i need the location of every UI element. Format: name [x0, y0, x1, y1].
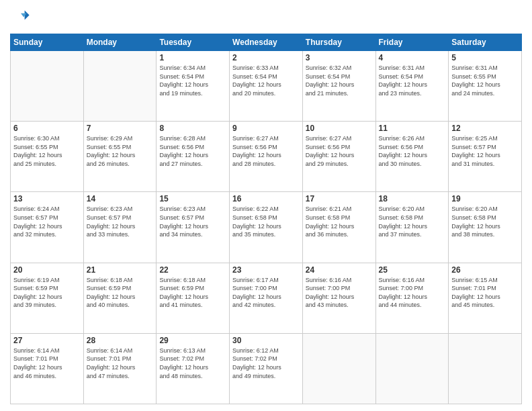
day-info: Sunrise: 6:31 AM Sunset: 6:55 PM Dayligh… — [451, 64, 519, 97]
day-info: Sunrise: 6:30 AM Sunset: 6:55 PM Dayligh… — [13, 134, 81, 168]
day-number: 6 — [13, 124, 81, 133]
day-number: 9 — [232, 124, 300, 133]
day-info: Sunrise: 6:33 AM Sunset: 6:54 PM Dayligh… — [232, 64, 300, 97]
calendar-cell: 16Sunrise: 6:22 AM Sunset: 6:58 PM Dayli… — [230, 192, 303, 263]
calendar-cell: 11Sunrise: 6:26 AM Sunset: 6:56 PM Dayli… — [375, 122, 449, 192]
day-number: 5 — [451, 53, 519, 62]
day-number: 13 — [13, 194, 81, 203]
day-info: Sunrise: 6:27 AM Sunset: 6:56 PM Dayligh… — [232, 134, 300, 168]
day-number: 11 — [379, 124, 446, 133]
calendar-week-1: 1Sunrise: 6:34 AM Sunset: 6:54 PM Daylig… — [11, 51, 522, 122]
calendar-table: SundayMondayTuesdayWednesdayThursdayFrid… — [10, 34, 522, 404]
day-number: 4 — [379, 53, 446, 62]
day-number: 7 — [87, 124, 154, 133]
calendar-cell: 17Sunrise: 6:21 AM Sunset: 6:58 PM Dayli… — [302, 192, 375, 263]
day-info: Sunrise: 6:13 AM Sunset: 7:02 PM Dayligh… — [159, 347, 226, 380]
calendar-cell: 30Sunrise: 6:12 AM Sunset: 7:02 PM Dayli… — [230, 333, 303, 404]
calendar-cell — [11, 51, 84, 122]
calendar-cell — [83, 51, 157, 122]
day-info: Sunrise: 6:22 AM Sunset: 6:58 PM Dayligh… — [232, 205, 300, 238]
calendar-cell: 21Sunrise: 6:18 AM Sunset: 6:59 PM Dayli… — [83, 263, 157, 333]
day-info: Sunrise: 6:18 AM Sunset: 6:59 PM Dayligh… — [159, 276, 226, 310]
day-info: Sunrise: 6:29 AM Sunset: 6:55 PM Dayligh… — [87, 134, 154, 168]
day-info: Sunrise: 6:32 AM Sunset: 6:54 PM Dayligh… — [306, 64, 373, 97]
day-number: 19 — [451, 194, 519, 203]
day-info: Sunrise: 6:19 AM Sunset: 6:59 PM Dayligh… — [13, 276, 81, 310]
day-info: Sunrise: 6:23 AM Sunset: 6:57 PM Dayligh… — [159, 205, 226, 238]
day-number: 20 — [13, 265, 81, 275]
day-number: 26 — [451, 265, 519, 275]
calendar-cell: 19Sunrise: 6:20 AM Sunset: 6:58 PM Dayli… — [449, 192, 522, 263]
day-info: Sunrise: 6:15 AM Sunset: 7:01 PM Dayligh… — [451, 276, 519, 310]
calendar-cell: 28Sunrise: 6:14 AM Sunset: 7:01 PM Dayli… — [83, 333, 157, 404]
day-number: 15 — [159, 194, 226, 203]
logo — [10, 7, 30, 28]
calendar-cell: 27Sunrise: 6:14 AM Sunset: 7:01 PM Dayli… — [11, 333, 84, 404]
day-info: Sunrise: 6:20 AM Sunset: 6:58 PM Dayligh… — [379, 205, 446, 238]
day-info: Sunrise: 6:14 AM Sunset: 7:01 PM Dayligh… — [13, 347, 81, 380]
calendar-cell: 8Sunrise: 6:28 AM Sunset: 6:56 PM Daylig… — [157, 122, 230, 192]
calendar-cell: 18Sunrise: 6:20 AM Sunset: 6:58 PM Dayli… — [375, 192, 449, 263]
calendar-cell: 29Sunrise: 6:13 AM Sunset: 7:02 PM Dayli… — [157, 333, 230, 404]
day-info: Sunrise: 6:21 AM Sunset: 6:58 PM Dayligh… — [306, 205, 373, 238]
calendar-cell: 1Sunrise: 6:34 AM Sunset: 6:54 PM Daylig… — [157, 51, 230, 122]
day-number: 28 — [87, 336, 154, 345]
calendar-header-row: SundayMondayTuesdayWednesdayThursdayFrid… — [11, 34, 522, 51]
calendar-week-3: 13Sunrise: 6:24 AM Sunset: 6:57 PM Dayli… — [11, 192, 522, 263]
day-number: 25 — [379, 265, 446, 275]
logo-icon — [11, 7, 30, 26]
day-info: Sunrise: 6:20 AM Sunset: 6:58 PM Dayligh… — [451, 205, 519, 238]
header — [10, 7, 522, 28]
day-number: 27 — [13, 336, 81, 345]
calendar-cell: 25Sunrise: 6:16 AM Sunset: 7:00 PM Dayli… — [375, 263, 449, 333]
calendar-cell: 12Sunrise: 6:25 AM Sunset: 6:57 PM Dayli… — [449, 122, 522, 192]
day-number: 14 — [87, 194, 154, 203]
day-info: Sunrise: 6:16 AM Sunset: 7:00 PM Dayligh… — [379, 276, 446, 310]
calendar-header-friday: Friday — [375, 34, 449, 51]
day-number: 3 — [306, 53, 373, 62]
calendar-header-sunday: Sunday — [11, 34, 84, 51]
calendar-cell: 20Sunrise: 6:19 AM Sunset: 6:59 PM Dayli… — [11, 263, 84, 333]
svg-marker-0 — [25, 11, 30, 20]
day-info: Sunrise: 6:18 AM Sunset: 6:59 PM Dayligh… — [87, 276, 154, 310]
day-number: 29 — [159, 336, 226, 345]
day-number: 21 — [87, 265, 154, 275]
day-info: Sunrise: 6:24 AM Sunset: 6:57 PM Dayligh… — [13, 205, 81, 238]
calendar-cell: 2Sunrise: 6:33 AM Sunset: 6:54 PM Daylig… — [230, 51, 303, 122]
day-number: 23 — [232, 265, 300, 275]
calendar-header-thursday: Thursday — [302, 34, 375, 51]
day-info: Sunrise: 6:31 AM Sunset: 6:54 PM Dayligh… — [379, 64, 446, 97]
day-info: Sunrise: 6:26 AM Sunset: 6:56 PM Dayligh… — [379, 134, 446, 168]
day-number: 24 — [306, 265, 373, 275]
calendar-week-5: 27Sunrise: 6:14 AM Sunset: 7:01 PM Dayli… — [11, 333, 522, 404]
calendar-cell: 14Sunrise: 6:23 AM Sunset: 6:57 PM Dayli… — [83, 192, 157, 263]
day-number: 30 — [232, 336, 300, 345]
day-number: 18 — [379, 194, 446, 203]
day-number: 2 — [232, 53, 300, 62]
calendar-header-monday: Monday — [83, 34, 157, 51]
calendar-week-4: 20Sunrise: 6:19 AM Sunset: 6:59 PM Dayli… — [11, 263, 522, 333]
calendar-cell: 4Sunrise: 6:31 AM Sunset: 6:54 PM Daylig… — [375, 51, 449, 122]
calendar-cell: 15Sunrise: 6:23 AM Sunset: 6:57 PM Dayli… — [157, 192, 230, 263]
calendar-cell: 13Sunrise: 6:24 AM Sunset: 6:57 PM Dayli… — [11, 192, 84, 263]
calendar-header-saturday: Saturday — [449, 34, 522, 51]
day-info: Sunrise: 6:12 AM Sunset: 7:02 PM Dayligh… — [232, 347, 300, 380]
calendar-cell — [449, 333, 522, 404]
calendar-cell: 9Sunrise: 6:27 AM Sunset: 6:56 PM Daylig… — [230, 122, 303, 192]
day-info: Sunrise: 6:16 AM Sunset: 7:00 PM Dayligh… — [306, 276, 373, 310]
day-info: Sunrise: 6:17 AM Sunset: 7:00 PM Dayligh… — [232, 276, 300, 310]
calendar-cell: 5Sunrise: 6:31 AM Sunset: 6:55 PM Daylig… — [449, 51, 522, 122]
day-info: Sunrise: 6:14 AM Sunset: 7:01 PM Dayligh… — [87, 347, 154, 380]
day-number: 8 — [159, 124, 226, 133]
calendar-header-wednesday: Wednesday — [230, 34, 303, 51]
calendar-cell — [375, 333, 449, 404]
day-number: 12 — [451, 124, 519, 133]
calendar-cell: 3Sunrise: 6:32 AM Sunset: 6:54 PM Daylig… — [302, 51, 375, 122]
calendar-cell: 26Sunrise: 6:15 AM Sunset: 7:01 PM Dayli… — [449, 263, 522, 333]
calendar-cell: 23Sunrise: 6:17 AM Sunset: 7:00 PM Dayli… — [230, 263, 303, 333]
page: SundayMondayTuesdayWednesdayThursdayFrid… — [0, 0, 532, 411]
day-info: Sunrise: 6:23 AM Sunset: 6:57 PM Dayligh… — [87, 205, 154, 238]
calendar-cell: 10Sunrise: 6:27 AM Sunset: 6:56 PM Dayli… — [302, 122, 375, 192]
calendar-cell: 24Sunrise: 6:16 AM Sunset: 7:00 PM Dayli… — [302, 263, 375, 333]
day-number: 17 — [306, 194, 373, 203]
